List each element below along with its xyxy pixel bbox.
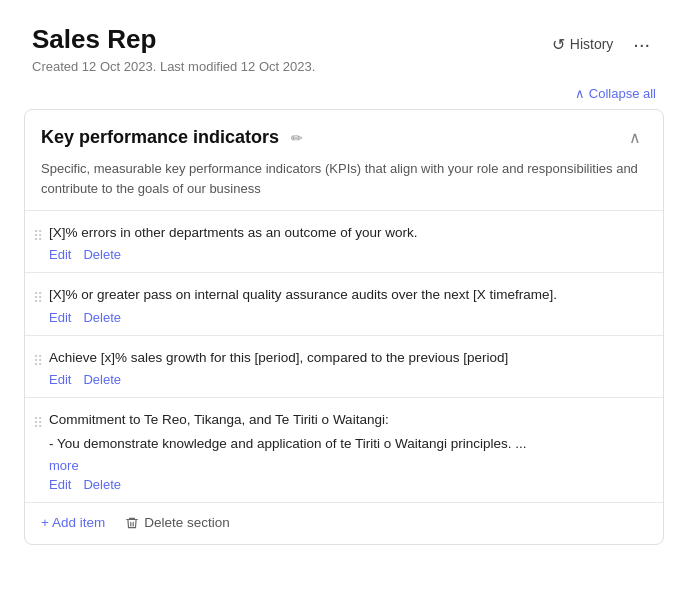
edit-item-button[interactable]: Edit	[49, 372, 71, 387]
items-list: ⠿ [X]% errors in other departments as an…	[25, 210, 663, 502]
chevron-up-icon: ∧	[575, 86, 585, 101]
drag-handle[interactable]: ⠿	[33, 410, 43, 434]
section-title-row: Key performance indicators ✏	[41, 127, 307, 148]
collapse-bar: ∧ Collapse all	[0, 86, 688, 109]
delete-item-button[interactable]: Delete	[83, 247, 121, 262]
item-content: [X]% or greater pass on internal quality…	[49, 285, 651, 324]
list-item: ⠿ Commitment to Te Reo, Tikanga, and Te …	[25, 398, 663, 503]
more-icon: ···	[633, 33, 650, 55]
item-actions: Edit Delete	[49, 477, 651, 492]
pencil-icon: ✏	[291, 130, 303, 146]
kpi-section: Key performance indicators ✏ ∧ Specific,…	[24, 109, 664, 545]
edit-section-title-button[interactable]: ✏	[287, 128, 307, 148]
section-collapse-button[interactable]: ∧	[623, 126, 647, 149]
trash-icon	[125, 516, 139, 530]
item-actions: Edit Delete	[49, 247, 651, 262]
edit-item-button[interactable]: Edit	[49, 477, 71, 492]
add-item-button[interactable]: + Add item	[41, 515, 105, 530]
section-description: Specific, measurable key performance ind…	[25, 155, 663, 210]
drag-handle[interactable]: ⠿	[33, 348, 43, 372]
item-text: Commitment to Te Reo, Tikanga, and Te Ti…	[49, 410, 651, 430]
list-item: ⠿ [X]% errors in other departments as an…	[25, 211, 663, 273]
item-text: [X]% or greater pass on internal quality…	[49, 285, 651, 305]
header-right: ↺ History ···	[546, 30, 656, 58]
history-icon: ↺	[552, 35, 565, 54]
collapse-all-label: Collapse all	[589, 86, 656, 101]
item-text: Achieve [x]% sales growth for this [peri…	[49, 348, 651, 368]
edit-item-button[interactable]: Edit	[49, 247, 71, 262]
item-content: [X]% errors in other departments as an o…	[49, 223, 651, 262]
ellipsis: ...	[515, 436, 526, 451]
item-actions: Edit Delete	[49, 372, 651, 387]
show-more-button[interactable]: more	[49, 458, 79, 473]
item-content: Commitment to Te Reo, Tikanga, and Te Ti…	[49, 410, 651, 493]
chevron-up-icon: ∧	[629, 129, 641, 146]
header-left: Sales Rep Created 12 Oct 2023. Last modi…	[32, 24, 315, 74]
drag-handle[interactable]: ⠿	[33, 285, 43, 309]
section-footer: + Add item Delete section	[25, 502, 663, 544]
history-button[interactable]: ↺ History	[546, 31, 620, 58]
page-title: Sales Rep	[32, 24, 315, 55]
item-content: Achieve [x]% sales growth for this [peri…	[49, 348, 651, 387]
list-item: ⠿ [X]% or greater pass on internal quali…	[25, 273, 663, 335]
page-header: Sales Rep Created 12 Oct 2023. Last modi…	[0, 0, 688, 86]
list-item: ⠿ Achieve [x]% sales growth for this [pe…	[25, 336, 663, 398]
item-actions: Edit Delete	[49, 310, 651, 325]
item-subtext: - You demonstrate knowledge and applicat…	[49, 434, 651, 454]
drag-handle[interactable]: ⠿	[33, 223, 43, 247]
item-text: [X]% errors in other departments as an o…	[49, 223, 651, 243]
delete-item-button[interactable]: Delete	[83, 477, 121, 492]
more-options-button[interactable]: ···	[627, 30, 656, 58]
section-header: Key performance indicators ✏ ∧	[25, 110, 663, 155]
page-subtitle: Created 12 Oct 2023. Last modified 12 Oc…	[32, 59, 315, 74]
delete-item-button[interactable]: Delete	[83, 310, 121, 325]
delete-item-button[interactable]: Delete	[83, 372, 121, 387]
edit-item-button[interactable]: Edit	[49, 310, 71, 325]
delete-section-label: Delete section	[144, 515, 230, 530]
collapse-all-button[interactable]: ∧ Collapse all	[575, 86, 656, 101]
history-label: History	[570, 36, 614, 52]
section-title: Key performance indicators	[41, 127, 279, 148]
delete-section-button[interactable]: Delete section	[125, 515, 230, 530]
